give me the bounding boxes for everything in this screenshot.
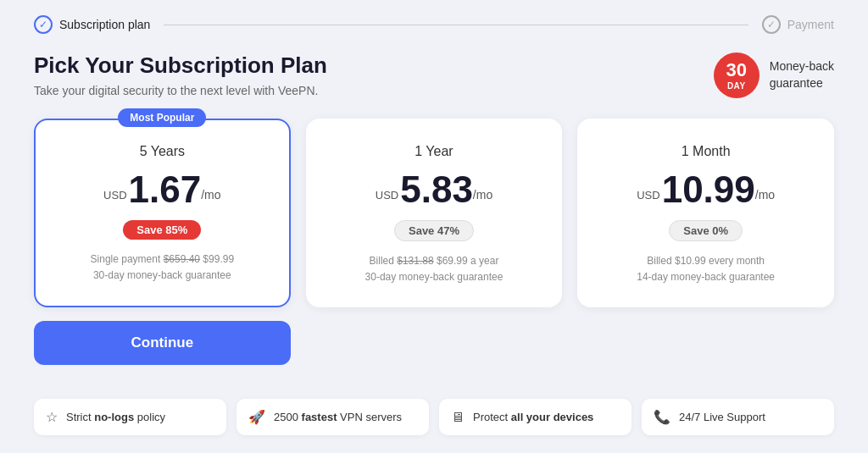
plan-card-1year[interactable]: 1 Year USD 5.83 /mo Save 47% Billed $131… <box>306 119 563 307</box>
plan-price-row-5year: USD 1.67 /mo <box>53 171 272 208</box>
progress-bar: ✓ Subscription plan ✓ Payment <box>34 0 834 52</box>
save-badge-1month: Save 0% <box>669 220 743 241</box>
step2-label: Payment <box>787 18 834 31</box>
features-bar: ☆ Strict no-logs policy 🚀 2500 fastest V… <box>34 399 834 435</box>
plan-currency-5year: USD <box>103 189 126 202</box>
plan-period-1year: /mo <box>473 188 492 202</box>
plan-amount-5year: 1.67 <box>129 171 202 208</box>
step1-check-icon: ✓ <box>34 15 53 34</box>
continue-button[interactable]: Continue <box>34 321 291 365</box>
feature-protect-text: Protect all your devices <box>473 411 593 423</box>
money-back-guarantee: 30 DAY Money-backguarantee <box>714 52 834 98</box>
plan-details-1year: Billed $131.88 $69.99 a year 30-day mone… <box>325 253 544 285</box>
page-subtitle: Take your digital security to the next l… <box>34 84 327 97</box>
plan-card-5year[interactable]: Most Popular 5 Years USD 1.67 /mo Save 8… <box>34 119 291 307</box>
plan-details-1month: Billed $10.99 every month 14-day money-b… <box>596 253 815 285</box>
feature-no-logs-text: Strict no-logs policy <box>66 411 165 423</box>
plan-period-5year: /mo <box>201 188 220 202</box>
plan-price-row-1year: USD 5.83 /mo <box>325 171 544 208</box>
page-title: Pick Your Subscription Plan <box>34 52 327 79</box>
plan-amount-1month: 10.99 <box>662 171 755 208</box>
progress-line <box>164 25 748 25</box>
money-back-text: Money-backguarantee <box>770 58 834 91</box>
button-row: Continue <box>34 321 834 382</box>
header-left: Pick Your Subscription Plan Take your di… <box>34 52 327 97</box>
save-badge-1year: Save 47% <box>394 220 474 241</box>
header-row: Pick Your Subscription Plan Take your di… <box>34 52 834 98</box>
plan-currency-1month: USD <box>637 189 659 202</box>
rocket-icon: 🚀 <box>248 409 265 425</box>
money-back-days: 30 <box>726 60 746 80</box>
plan-amount-1year: 5.83 <box>400 171 473 208</box>
step1-label: Subscription plan <box>59 18 150 31</box>
plan-period-1month: /mo <box>755 188 775 202</box>
plan-duration-1year: 1 Year <box>325 144 544 159</box>
plan-card-1month[interactable]: 1 Month USD 10.99 /mo Save 0% Billed $10… <box>577 119 834 307</box>
plan-duration-1month: 1 Month <box>596 144 815 159</box>
plan-currency-1year: USD <box>376 189 398 202</box>
star-icon: ☆ <box>46 409 58 425</box>
page-wrapper: ✓ Subscription plan ✓ Payment Pick Your … <box>0 0 868 453</box>
feature-vpn-servers-text: 2500 fastest VPN servers <box>274 411 402 423</box>
feature-no-logs: ☆ Strict no-logs policy <box>34 399 226 435</box>
money-back-day-text: DAY <box>727 81 746 91</box>
plan-details-5year: Single payment $659.40 $99.99 30-day mon… <box>53 251 272 284</box>
devices-icon: 🖥 <box>451 410 465 425</box>
phone-icon: 📞 <box>654 409 670 425</box>
money-back-badge: 30 DAY <box>714 52 760 98</box>
feature-vpn-servers: 🚀 2500 fastest VPN servers <box>236 399 429 435</box>
step-payment: ✓ Payment <box>762 15 834 34</box>
feature-protect-devices: 🖥 Protect all your devices <box>439 399 632 435</box>
plan-duration-5year: 5 Years <box>53 144 272 159</box>
step-subscription: ✓ Subscription plan <box>34 15 150 34</box>
plan-price-row-1month: USD 10.99 /mo <box>596 171 815 208</box>
feature-live-support: 📞 24/7 Live Support <box>642 399 834 435</box>
save-badge-5year: Save 85% <box>123 220 201 240</box>
feature-support-text: 24/7 Live Support <box>679 411 765 423</box>
plans-grid: Most Popular 5 Years USD 1.67 /mo Save 8… <box>34 119 834 307</box>
most-popular-badge: Most Popular <box>118 108 206 127</box>
step2-check-icon: ✓ <box>762 15 781 34</box>
